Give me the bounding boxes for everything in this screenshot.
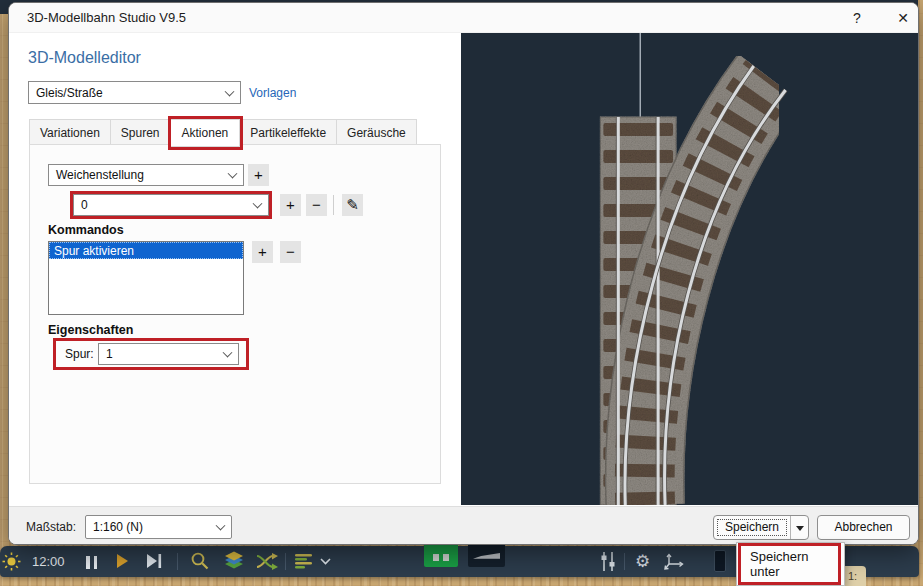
commands-label: Kommandos — [48, 223, 124, 237]
add-state-button[interactable]: + — [280, 194, 301, 216]
gear-icon[interactable]: ⚙ — [635, 551, 650, 572]
help-button[interactable]: ? — [841, 3, 873, 33]
save-menu-arrow[interactable] — [790, 516, 808, 539]
model-3d-preview[interactable] — [461, 33, 918, 505]
triangle-down-icon — [796, 526, 804, 531]
chevron-down-icon — [253, 199, 263, 209]
play-icon[interactable] — [117, 554, 129, 568]
taskbar-separator — [177, 553, 178, 570]
tab-variationen[interactable]: Variationen — [29, 119, 111, 147]
page-title: 3D-Modelleditor — [28, 49, 141, 67]
properties-label: Eigenschaften — [48, 323, 133, 337]
tab-geraeusche[interactable]: Geräusche — [337, 119, 417, 147]
zoom-icon[interactable] — [190, 551, 210, 571]
model-type-select[interactable]: Gleis/Straße — [28, 81, 241, 104]
shuffle-icon[interactable] — [256, 553, 278, 570]
sliders-icon[interactable] — [600, 552, 616, 571]
titlebar: 3D-Modellbahn Studio V9.5 ? ✕ — [9, 3, 918, 33]
chevron-down-icon — [223, 348, 233, 358]
dialog-footer: Maßstab: 1:160 (N) Speichern Abbrechen — [9, 506, 918, 545]
editor-tabs: Variationen Spuren Aktionen Partikeleffe… — [29, 119, 417, 147]
state-select[interactable]: 0 — [73, 194, 269, 216]
remove-command-button[interactable]: − — [280, 241, 301, 263]
skip-to-end-icon[interactable] — [147, 554, 162, 568]
window-title: 3D-Modellbahn Studio V9.5 — [27, 10, 186, 25]
partially-hidden-icon[interactable] — [714, 550, 726, 572]
commands-listbox[interactable]: Spur aktivieren — [48, 241, 244, 315]
sun-icon[interactable] — [2, 552, 21, 571]
add-event-button[interactable]: + — [248, 164, 269, 186]
chevron-down-icon — [228, 169, 238, 179]
scale-label: Maßstab: — [26, 520, 76, 534]
list-lines-icon[interactable] — [295, 554, 313, 569]
save-button[interactable]: Speichern — [714, 516, 790, 539]
cancel-button[interactable]: Abbrechen — [817, 515, 910, 540]
edit-state-button[interactable]: ✎ — [342, 194, 363, 216]
aktionen-tab-panel: Weichenstellung + 0 + − ✎ Kommandos Spur… — [29, 144, 441, 484]
save-split-button: Speichern — [713, 515, 809, 540]
event-select[interactable]: Weichenstellung — [48, 164, 244, 186]
templates-link[interactable]: Vorlagen — [249, 86, 296, 100]
spur-select[interactable]: 1 — [98, 343, 239, 365]
pause-icon[interactable] — [86, 555, 101, 573]
taskbar-separator — [285, 553, 286, 570]
menu-item-speichern-unter[interactable]: Speichern unter — [741, 546, 838, 582]
model-editor-dialog: 3D-Modellbahn Studio V9.5 ? ✕ 3D-Modelle… — [8, 2, 919, 545]
scale-select[interactable]: 1:160 (N) — [85, 515, 232, 539]
taskbar-separator — [624, 553, 625, 570]
ramp-icon — [473, 552, 500, 561]
toolbar-separator — [333, 195, 334, 215]
chevron-down-icon — [225, 86, 235, 96]
track-switch-render — [461, 33, 918, 505]
spur-label: Spur: — [65, 347, 94, 361]
tab-spuren[interactable]: Spuren — [111, 119, 171, 147]
editor-form-panel: 3D-Modelleditor Gleis/Straße Vorlagen Va… — [9, 33, 461, 505]
chevron-down-icon — [216, 521, 226, 531]
add-command-button[interactable]: + — [252, 241, 273, 263]
layers-icon[interactable] — [224, 551, 244, 571]
tab-partikeleffekte[interactable]: Partikeleffekte — [240, 119, 337, 147]
menu-item-exportieren[interactable]: Exportieren — [737, 582, 844, 586]
list-item[interactable]: Spur aktivieren — [49, 242, 243, 259]
close-button[interactable]: ✕ — [887, 3, 919, 33]
simulation-time[interactable]: 12:00 — [32, 554, 65, 569]
remove-state-button[interactable]: − — [306, 194, 327, 216]
chevron-down-icon[interactable] — [320, 558, 331, 565]
tab-aktionen[interactable]: Aktionen — [171, 119, 241, 147]
move-axes-icon[interactable] — [664, 552, 685, 571]
save-dropdown-menu: Speichern unter Exportieren — [736, 542, 845, 586]
spur-property-row: Spur: 1 — [56, 341, 246, 367]
